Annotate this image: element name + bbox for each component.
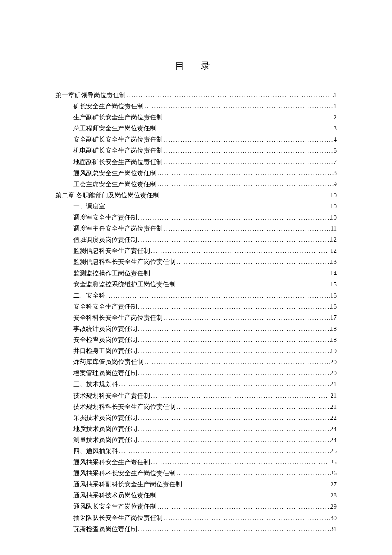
toc-leader-dots <box>150 457 331 468</box>
toc-entry-text: 炸药库库管员岗位责任制 <box>73 356 144 367</box>
toc-entry-page: 18 <box>331 334 337 345</box>
toc-entry-text: 值班调度员岗位责任制 <box>73 234 137 245</box>
toc-entry-page: 31 <box>331 523 337 535</box>
document-page: 目 录 第一章矿领导岗位责任制1矿长安全生产岗位责任制1生产副矿长安全生产岗位责… <box>0 0 392 555</box>
toc-leader-dots <box>163 156 334 168</box>
toc-entry-text: 通风队长安全生产岗位责任制 <box>73 501 156 512</box>
toc-leader-dots <box>176 279 331 290</box>
toc-entry-page: 15 <box>331 279 337 290</box>
toc-entry-page: 21 <box>331 379 337 390</box>
toc-entry: 采掘技术员岗位责任制22 <box>55 412 337 423</box>
toc-entry-page: 19 <box>331 345 337 356</box>
toc-leader-dots <box>137 412 331 423</box>
toc-leader-dots <box>144 356 331 367</box>
toc-entry-page: 14 <box>331 268 337 279</box>
toc-entry: 调度室主任安全生产岗位责任制11 <box>55 223 337 234</box>
toc-leader-dots <box>176 401 331 412</box>
toc-entry: 井口检身工岗位责任制19 <box>55 345 337 356</box>
toc-entry: 技术规划科科长安全生产岗位责任制21 <box>55 401 337 412</box>
toc-entry: 事故统计员岗位责任制18 <box>55 323 337 334</box>
toc-entry-text: 一、调度室 <box>73 201 105 212</box>
toc-leader-dots <box>163 134 334 145</box>
toc-entry-text: 三、技术规划科 <box>73 379 118 390</box>
toc-leader-dots <box>144 101 334 112</box>
toc-entry-page: 17 <box>331 312 337 323</box>
toc-entry: 瓦斯检查员岗位责任制31 <box>55 523 337 535</box>
toc-leader-dots <box>156 179 334 190</box>
toc-title: 目 录 <box>55 60 337 72</box>
toc-entry-page: 30 <box>331 512 337 523</box>
toc-entry-text: 机电副矿长安全生产岗位责任制 <box>73 145 163 156</box>
toc-leader-dots <box>156 490 331 501</box>
toc-entry-page: 10 <box>331 190 337 201</box>
table-of-contents: 第一章矿领导岗位责任制1矿长安全生产岗位责任制1生产副矿长安全生产岗位责任制2总… <box>55 90 337 535</box>
toc-entry-text: 调度室主任安全生产岗位责任制 <box>73 223 163 234</box>
toc-entry: 测量技术员岗位责任制24 <box>55 434 337 445</box>
toc-entry-page: 8 <box>334 168 337 179</box>
toc-leader-dots <box>156 168 334 179</box>
toc-entry: 安全检查员岗位责任制18 <box>55 334 337 345</box>
toc-entry: 炸药库库管员岗位责任制20 <box>55 356 337 367</box>
toc-leader-dots <box>137 301 331 312</box>
toc-entry-text: 档案管理员岗位责任制 <box>73 367 137 379</box>
toc-entry-text: 地质技术员岗位责任制 <box>73 423 137 434</box>
toc-entry-text: 安全检查员岗位责任制 <box>73 334 137 345</box>
toc-entry: 通风抽采科副科长安全生产岗位责任制27 <box>55 479 337 490</box>
toc-entry-page: 16 <box>331 290 337 301</box>
toc-entry: 档案管理员岗位责任制20 <box>55 367 337 379</box>
toc-entry-text: 二、安全科 <box>73 290 105 301</box>
toc-entry-page: 4 <box>334 134 337 145</box>
toc-entry-text: 通风副总安全生产岗位责任制 <box>73 168 156 179</box>
toc-entry-text: 通风抽采科副科长安全生产岗位责任制 <box>73 479 182 490</box>
toc-entry-page: 18 <box>331 323 337 334</box>
toc-entry-page: 27 <box>331 479 337 490</box>
toc-entry-page: 1 <box>334 101 337 112</box>
toc-entry: 四、通风抽采科25 <box>55 445 337 457</box>
toc-leader-dots <box>137 323 331 334</box>
toc-entry: 三、技术规划科21 <box>55 379 337 390</box>
toc-entry-page: 10 <box>331 201 337 212</box>
toc-entry-text: 瓦斯检查员岗位责任制 <box>73 523 137 535</box>
toc-entry-text: 安全科科长安全生产岗位责任制 <box>73 312 163 323</box>
toc-entry-text: 第二章 各职能部门及岗位岗位责任制 <box>55 190 159 201</box>
toc-entry-page: 1 <box>334 90 337 101</box>
toc-leader-dots <box>137 234 331 245</box>
toc-entry: 监测信息科安全生产责任制12 <box>55 245 337 256</box>
toc-entry-text: 采掘技术员岗位责任制 <box>73 412 137 423</box>
toc-entry: 监测监控操作工岗位责任制14 <box>55 268 337 279</box>
toc-entry-page: 25 <box>331 445 337 457</box>
toc-entry: 抽采队队长安全生产岗位责任制30 <box>55 512 337 523</box>
toc-entry-page: 29 <box>331 501 337 512</box>
toc-entry: 地面副矿长安全生产岗位责任制7 <box>55 156 337 168</box>
toc-entry: 安全监测监控系统维护工岗位责任制15 <box>55 279 337 290</box>
toc-entry-text: 工会主席安全生产岗位责任制 <box>73 179 156 190</box>
toc-entry-page: 16 <box>331 301 337 312</box>
toc-entry: 第二章 各职能部门及岗位岗位责任制10 <box>55 190 337 201</box>
toc-entry-text: 矿长安全生产岗位责任制 <box>73 101 144 112</box>
toc-leader-dots <box>159 190 331 201</box>
toc-leader-dots <box>150 245 331 256</box>
toc-entry-text: 抽采队队长安全生产岗位责任制 <box>73 512 163 523</box>
toc-entry-text: 通风抽采科安全生产责任制 <box>73 457 150 468</box>
toc-leader-dots <box>137 434 331 445</box>
toc-leader-dots <box>105 201 331 212</box>
toc-leader-dots <box>163 112 334 123</box>
toc-entry: 安全科科长安全生产岗位责任制17 <box>55 312 337 323</box>
toc-leader-dots <box>163 145 334 156</box>
toc-leader-dots <box>137 523 331 535</box>
toc-entry-text: 安全监测监控系统维护工岗位责任制 <box>73 279 176 290</box>
toc-entry-text: 通风抽采科科长安全生产岗位责任制 <box>73 468 176 479</box>
toc-entry: 通风副总安全生产岗位责任制8 <box>55 168 337 179</box>
toc-entry-text: 技术规划科安全生产责任制 <box>73 390 150 401</box>
toc-entry-text: 安全科安全生产责任制 <box>73 301 137 312</box>
toc-entry-page: 26 <box>331 468 337 479</box>
toc-leader-dots <box>156 123 334 134</box>
toc-entry: 生产副矿长安全生产岗位责任制2 <box>55 112 337 123</box>
toc-entry-text: 生产副矿长安全生产岗位责任制 <box>73 112 163 123</box>
toc-entry-page: 10 <box>331 212 337 223</box>
toc-entry-text: 调度室安全生产责任制 <box>73 212 137 223</box>
toc-entry: 技术规划科安全生产责任制21 <box>55 390 337 401</box>
toc-entry-text: 监测监控操作工岗位责任制 <box>73 268 150 279</box>
toc-leader-dots <box>150 268 331 279</box>
toc-entry: 地质技术员岗位责任制24 <box>55 423 337 434</box>
